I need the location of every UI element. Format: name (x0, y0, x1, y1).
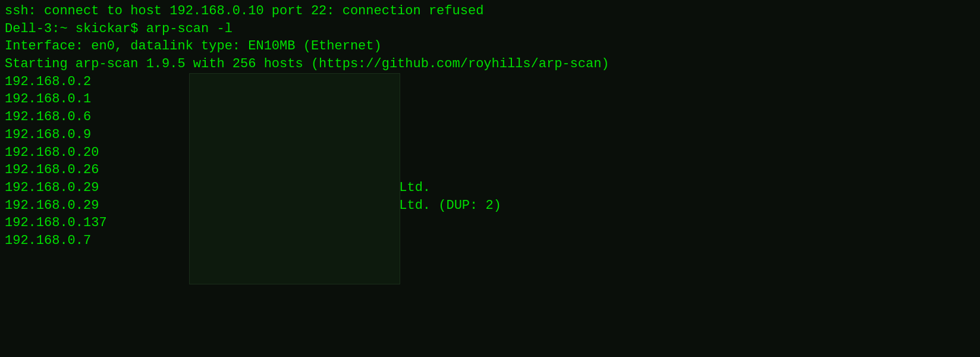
line-interface: Interface: en0, datalink type: EN10MB (E… (5, 37, 975, 55)
ip-address: 192.168.0.7 (5, 232, 195, 250)
ip-address: 192.168.0.9 (5, 126, 195, 144)
terminal-window: ssh: connect to host 192.168.0.10 port 2… (5, 2, 975, 355)
ip-address: 192.168.0.137 (5, 214, 195, 232)
line-starting: Starting arp-scan 1.9.5 with 256 hosts (… (5, 55, 975, 73)
ip-address: 192.168.0.26 (5, 161, 195, 179)
ip-address: 192.168.0.1 (5, 90, 195, 108)
line-ssh-error: ssh: connect to host 192.168.0.10 port 2… (5, 2, 975, 20)
mac-address-overlay (189, 73, 400, 284)
ip-address: 192.168.0.6 (5, 108, 195, 126)
scan-results-area: 192.168.0.2 ASIX ELECTRONICS CORP.192.16… (5, 73, 975, 250)
line-prompt: Dell-3:~ skickar$ arp-scan -l (5, 20, 975, 38)
ip-address: 192.168.0.29 (5, 197, 195, 215)
ip-address: 192.168.0.29 (5, 179, 195, 197)
ip-address: 192.168.0.20 (5, 144, 195, 162)
ip-address: 192.168.0.2 (5, 73, 195, 91)
